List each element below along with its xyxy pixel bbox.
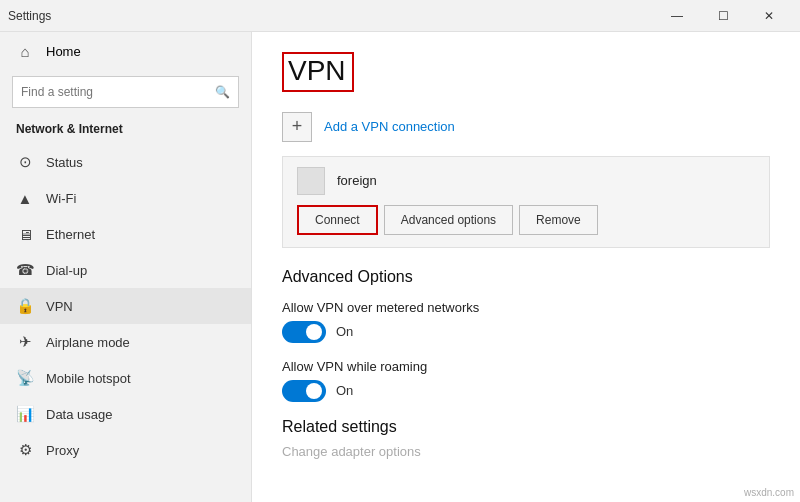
toggle-row-roaming: On (282, 380, 770, 402)
add-vpn-label: Add a VPN connection (324, 119, 455, 134)
sidebar-item-label-datausage: Data usage (46, 407, 113, 422)
search-input[interactable] (21, 85, 215, 99)
wifi-icon: ▲ (16, 189, 34, 207)
sidebar-item-proxy[interactable]: ⚙ Proxy (0, 432, 251, 468)
connect-button[interactable]: Connect (297, 205, 378, 235)
toggle-metered[interactable] (282, 321, 326, 343)
related-settings-section: Related settings Change adapter options (282, 418, 770, 459)
sidebar-item-status[interactable]: ⊙ Status (0, 144, 251, 180)
vpn-icon: 🔒 (16, 297, 34, 315)
sidebar-item-label-wifi: Wi-Fi (46, 191, 76, 206)
title-bar-controls: — ☐ ✕ (654, 0, 792, 32)
title-bar: Settings — ☐ ✕ (0, 0, 800, 32)
sidebar: ⌂ Home 🔍 Network & Internet ⊙ Status ▲ W… (0, 32, 252, 502)
vpn-entry-name: foreign (337, 173, 377, 188)
toggle-row-metered: On (282, 321, 770, 343)
airplane-icon: ✈ (16, 333, 34, 351)
advanced-options-heading: Advanced Options (282, 268, 770, 286)
sidebar-item-label-vpn: VPN (46, 299, 73, 314)
change-adapter-link[interactable]: Change adapter options (282, 444, 421, 459)
main-layout: ⌂ Home 🔍 Network & Internet ⊙ Status ▲ W… (0, 32, 800, 502)
sidebar-item-airplane[interactable]: ✈ Airplane mode (0, 324, 251, 360)
toggle-roaming-state: On (336, 383, 353, 398)
advanced-options-button[interactable]: Advanced options (384, 205, 513, 235)
minimize-button[interactable]: — (654, 0, 700, 32)
vpn-entry-icon (297, 167, 325, 195)
toggle-roaming[interactable] (282, 380, 326, 402)
home-icon: ⌂ (16, 42, 34, 60)
datausage-icon: 📊 (16, 405, 34, 423)
sidebar-item-datausage[interactable]: 📊 Data usage (0, 396, 251, 432)
add-vpn-icon: + (282, 112, 312, 142)
sidebar-item-label-ethernet: Ethernet (46, 227, 95, 242)
maximize-button[interactable]: ☐ (700, 0, 746, 32)
vpn-card: foreign Connect Advanced options Remove (282, 156, 770, 248)
search-box: 🔍 (12, 76, 239, 108)
option-roaming: Allow VPN while roaming On (282, 359, 770, 402)
status-icon: ⊙ (16, 153, 34, 171)
sidebar-item-label-proxy: Proxy (46, 443, 79, 458)
related-settings-heading: Related settings (282, 418, 770, 436)
content-area: VPN + Add a VPN connection foreign Conne… (252, 32, 800, 502)
proxy-icon: ⚙ (16, 441, 34, 459)
toggle-metered-state: On (336, 324, 353, 339)
vpn-card-header: foreign (297, 167, 755, 195)
sidebar-item-dialup[interactable]: ☎ Dial-up (0, 252, 251, 288)
close-button[interactable]: ✕ (746, 0, 792, 32)
watermark: wsxdn.com (744, 487, 794, 498)
vpn-actions: Connect Advanced options Remove (297, 205, 755, 235)
advanced-options-section: Advanced Options Allow VPN over metered … (282, 268, 770, 402)
dialup-icon: ☎ (16, 261, 34, 279)
sidebar-item-vpn[interactable]: 🔒 VPN (0, 288, 251, 324)
sidebar-item-wifi[interactable]: ▲ Wi-Fi (0, 180, 251, 216)
search-icon: 🔍 (215, 85, 230, 99)
sidebar-item-label-status: Status (46, 155, 83, 170)
add-vpn-row[interactable]: + Add a VPN connection (282, 112, 770, 142)
option-metered-label: Allow VPN over metered networks (282, 300, 770, 315)
ethernet-icon: 🖥 (16, 225, 34, 243)
option-roaming-label: Allow VPN while roaming (282, 359, 770, 374)
sidebar-item-hotspot[interactable]: 📡 Mobile hotspot (0, 360, 251, 396)
hotspot-icon: 📡 (16, 369, 34, 387)
remove-button[interactable]: Remove (519, 205, 598, 235)
sidebar-item-ethernet[interactable]: 🖥 Ethernet (0, 216, 251, 252)
sidebar-item-label-dialup: Dial-up (46, 263, 87, 278)
title-bar-title: Settings (8, 9, 654, 23)
sidebar-home-label: Home (46, 44, 81, 59)
sidebar-item-label-hotspot: Mobile hotspot (46, 371, 131, 386)
page-title: VPN (282, 52, 354, 92)
sidebar-section-label: Network & Internet (0, 118, 251, 144)
option-metered: Allow VPN over metered networks On (282, 300, 770, 343)
sidebar-item-label-airplane: Airplane mode (46, 335, 130, 350)
sidebar-item-home[interactable]: ⌂ Home (0, 32, 251, 70)
